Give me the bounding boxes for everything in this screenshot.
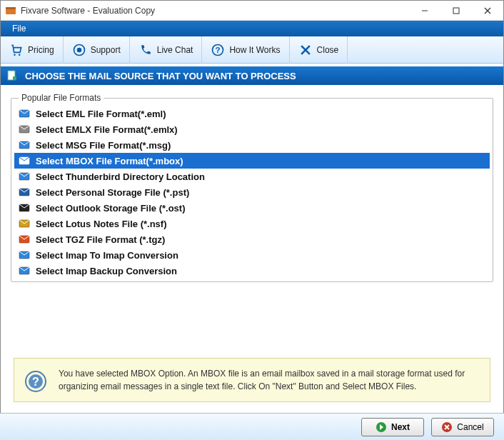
svg-point-9 bbox=[76, 47, 81, 52]
cart-icon bbox=[9, 43, 24, 57]
format-item[interactable]: Select Imap Backup Conversion bbox=[14, 263, 490, 279]
format-item[interactable]: Select TGZ File Format (*.tgz) bbox=[14, 231, 490, 247]
banner-text: CHOOSE THE MAIL SOURCE THAT YOU WANT TO … bbox=[25, 71, 296, 81]
toolbar-pricing-label: Pricing bbox=[28, 45, 54, 55]
content-area: Popular File Formats Select EML File For… bbox=[1, 85, 503, 289]
groupbox-legend: Popular File Formats bbox=[19, 93, 104, 103]
tgz-icon bbox=[19, 234, 30, 245]
format-item-label: Select Personal Storage File (*.pst) bbox=[36, 187, 189, 198]
toolbar-support-label: Support bbox=[91, 45, 121, 55]
menubar: File bbox=[1, 21, 503, 36]
format-item[interactable]: Select Thunderbird Directory Location bbox=[14, 169, 490, 184]
titlebar: Fixvare Software - Evaluation Copy bbox=[1, 1, 503, 21]
emlx-icon bbox=[19, 124, 30, 135]
info-icon: ? bbox=[24, 370, 47, 393]
next-button-label: Next bbox=[391, 422, 410, 432]
format-item[interactable]: Select Lotus Notes File (*.nsf) bbox=[14, 216, 490, 231]
svg-text:?: ? bbox=[216, 45, 221, 54]
tbird-icon bbox=[19, 171, 30, 182]
toolbar-howitworks[interactable]: ? How It Works bbox=[202, 36, 289, 64]
minimize-button[interactable] bbox=[409, 1, 440, 21]
format-item[interactable]: Select EMLX File Format(*.emlx) bbox=[14, 121, 490, 137]
footer: Next Cancel bbox=[0, 413, 504, 440]
cancel-button-label: Cancel bbox=[457, 422, 483, 432]
format-item-label: Select Outlook Storage File (*.ost) bbox=[36, 203, 185, 214]
format-list: Select EML File Format(*.eml)Select EMLX… bbox=[14, 106, 490, 279]
format-item-label: Select Lotus Notes File (*.nsf) bbox=[36, 219, 166, 229]
format-item-label: Select Imap Backup Conversion bbox=[36, 266, 177, 276]
eml-icon bbox=[19, 108, 30, 119]
nsf-icon bbox=[19, 218, 30, 229]
toolbar-livechat-label: Live Chat bbox=[157, 45, 193, 55]
cancel-x-icon bbox=[441, 421, 453, 433]
document-icon bbox=[6, 70, 18, 81]
app-icon bbox=[5, 5, 16, 16]
format-item-label: Select TGZ File Format (*.tgz) bbox=[36, 234, 165, 245]
imap-icon bbox=[19, 249, 30, 261]
format-item-label: Select MBOX File Format(*.mbox) bbox=[36, 156, 183, 166]
format-item[interactable]: Select Imap To Imap Conversion bbox=[14, 247, 490, 263]
toolbar: Pricing Support Live Chat ? How It Works… bbox=[1, 36, 503, 64]
toolbar-pricing[interactable]: Pricing bbox=[1, 36, 64, 64]
next-arrow-icon bbox=[376, 421, 387, 433]
format-item-label: Select EMLX File Format(*.emlx) bbox=[36, 124, 178, 135]
ost-icon bbox=[19, 202, 30, 214]
maximize-button[interactable] bbox=[440, 1, 472, 21]
menu-file[interactable]: File bbox=[6, 22, 31, 35]
format-item-label: Select EML File Format(*.eml) bbox=[36, 109, 166, 119]
next-button[interactable]: Next bbox=[361, 418, 424, 436]
pst-icon bbox=[19, 186, 30, 198]
toolbar-howitworks-label: How It Works bbox=[229, 45, 280, 55]
close-window-button[interactable] bbox=[472, 1, 503, 21]
svg-point-7 bbox=[19, 54, 21, 56]
toolbar-support[interactable]: Support bbox=[64, 36, 130, 64]
format-item-label: Select MSG File Format(*.msg) bbox=[36, 140, 171, 151]
format-item[interactable]: Select Personal Storage File (*.pst) bbox=[14, 184, 490, 200]
toolbar-livechat[interactable]: Live Chat bbox=[130, 36, 203, 64]
format-item[interactable]: Select MBOX File Format(*.mbox) bbox=[14, 153, 490, 169]
formats-groupbox: Popular File Formats Select EML File For… bbox=[11, 98, 493, 282]
format-item-label: Select Imap To Imap Conversion bbox=[36, 250, 178, 261]
toolbar-close-label: Close bbox=[317, 45, 339, 55]
question-icon: ? bbox=[211, 43, 225, 57]
info-text: You have selected MBOX Option. An MBOX f… bbox=[59, 367, 480, 393]
header-banner: CHOOSE THE MAIL SOURCE THAT YOU WANT TO … bbox=[1, 66, 503, 85]
format-item[interactable]: Select Outlook Storage File (*.ost) bbox=[14, 200, 490, 216]
mbox-icon bbox=[19, 155, 30, 166]
svg-text:?: ? bbox=[32, 376, 39, 388]
svg-rect-15 bbox=[13, 76, 16, 80]
phone-icon bbox=[138, 43, 153, 57]
format-item[interactable]: Select MSG File Format(*.msg) bbox=[14, 137, 490, 153]
info-panel: ? You have selected MBOX Option. An MBOX… bbox=[14, 358, 490, 402]
format-item-label: Select Thunderbird Directory Location bbox=[36, 171, 205, 182]
msg-icon bbox=[19, 139, 30, 151]
cancel-button[interactable]: Cancel bbox=[431, 418, 494, 436]
headset-icon bbox=[72, 43, 86, 57]
svg-rect-1 bbox=[6, 7, 16, 9]
toolbar-close[interactable]: Close bbox=[290, 36, 348, 64]
close-icon bbox=[298, 43, 313, 57]
window-title: Fixvare Software - Evaluation Copy bbox=[21, 6, 409, 16]
svg-point-6 bbox=[14, 54, 16, 56]
imapbk-icon bbox=[19, 265, 30, 276]
format-item[interactable]: Select EML File Format(*.eml) bbox=[14, 106, 490, 121]
svg-rect-3 bbox=[453, 8, 459, 14]
